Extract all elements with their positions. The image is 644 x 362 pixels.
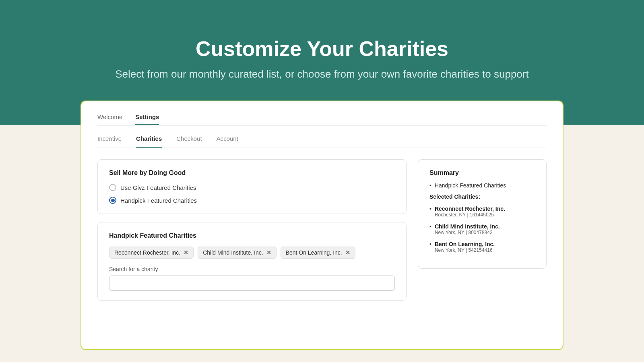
- summary-charity-1-name: Reconnect Rochester, Inc.: [435, 206, 505, 212]
- summary-charity-3-detail: New York, NY | 542154416: [435, 247, 495, 253]
- selected-charities-label: Selected Charities:: [429, 193, 535, 200]
- top-tabs: Welcome Settings: [97, 113, 547, 125]
- summary-charity-1-detail: Rochester, NY | 161445025: [435, 212, 505, 218]
- summary-mode-text: Handpick Featured Charities: [435, 182, 506, 189]
- tag-reconnect: Reconnect Rochester, Inc. ✕: [109, 247, 194, 259]
- sell-section: Sell More by Doing Good Use Givz Feature…: [97, 159, 407, 214]
- tag-childmind: Child Mind Institute, Inc. ✕: [198, 247, 276, 259]
- radio-option-givz[interactable]: Use Givz Featured Charities: [109, 184, 395, 191]
- left-panel: Sell More by Doing Good Use Givz Feature…: [97, 159, 407, 301]
- summary-charity-3-info: Bent On Learning, Inc. New York, NY | 54…: [435, 241, 495, 253]
- summary-charity-2-name: Child Mind Institute, Inc.: [435, 223, 500, 230]
- charity-search-input[interactable]: [109, 276, 395, 291]
- summary-charity-2: • Child Mind Institute, Inc. New York, N…: [429, 223, 535, 235]
- summary-charity-bullet-3: •: [429, 241, 431, 247]
- radio-givz-label: Use Givz Featured Charities: [120, 184, 196, 191]
- tag-childmind-remove[interactable]: ✕: [266, 250, 271, 255]
- tag-childmind-label: Child Mind Institute, Inc.: [203, 249, 263, 256]
- summary-charity-2-detail: New York, NY | 800478843: [435, 230, 500, 235]
- summary-charity-bullet-2: •: [429, 223, 431, 230]
- radio-givz-input[interactable]: [109, 184, 116, 191]
- search-label: Search for a charity: [109, 266, 395, 272]
- tab-charities[interactable]: Charities: [136, 135, 162, 148]
- sell-section-title: Sell More by Doing Good: [109, 169, 395, 177]
- tag-benton-label: Bent On Learning, Inc.: [286, 249, 342, 256]
- hero-title: Customize Your Charities: [196, 37, 448, 61]
- right-panel: Summary • Handpick Featured Charities Se…: [418, 159, 547, 301]
- summary-charity-bullet-1: •: [429, 206, 431, 212]
- summary-charity-3: • Bent On Learning, Inc. New York, NY | …: [429, 241, 535, 253]
- tag-reconnect-label: Reconnect Rochester, Inc.: [114, 249, 180, 256]
- tag-reconnect-remove[interactable]: ✕: [184, 250, 188, 255]
- hero-subtitle: Select from our monthly curated list, or…: [115, 68, 528, 80]
- tab-settings[interactable]: Settings: [135, 113, 159, 125]
- main-content: Welcome Settings Incentive Charities Che…: [0, 125, 644, 362]
- summary-mode-item: • Handpick Featured Charities: [429, 182, 535, 189]
- tags-container: Reconnect Rochester, Inc. ✕ Child Mind I…: [109, 247, 395, 259]
- radio-option-handpick[interactable]: Handpick Featured Charities: [109, 197, 395, 204]
- card-container: Welcome Settings Incentive Charities Che…: [80, 101, 564, 350]
- summary-charity-2-info: Child Mind Institute, Inc. New York, NY …: [435, 223, 500, 235]
- sub-tabs: Incentive Charities Checkout Account: [97, 135, 547, 148]
- radio-handpick-label: Handpick Featured Charities: [120, 197, 197, 204]
- tab-welcome[interactable]: Welcome: [97, 113, 122, 125]
- tag-benton: Bent On Learning, Inc. ✕: [281, 247, 355, 259]
- tab-account[interactable]: Account: [217, 135, 238, 148]
- summary-title: Summary: [429, 169, 535, 177]
- summary-bullet-1: •: [429, 182, 431, 189]
- handpick-section: Handpick Featured Charities Reconnect Ro…: [97, 222, 407, 301]
- content-area: Sell More by Doing Good Use Givz Feature…: [97, 159, 547, 301]
- summary-charity-1: • Reconnect Rochester, Inc. Rochester, N…: [429, 206, 535, 218]
- summary-box: Summary • Handpick Featured Charities Se…: [418, 159, 547, 269]
- radio-handpick-input[interactable]: [109, 197, 116, 204]
- handpick-section-title: Handpick Featured Charities: [109, 232, 395, 239]
- radio-group: Use Givz Featured Charities Handpick Fea…: [109, 184, 395, 204]
- tab-checkout[interactable]: Checkout: [176, 135, 202, 148]
- summary-charity-3-name: Bent On Learning, Inc.: [435, 241, 495, 247]
- tab-incentive[interactable]: Incentive: [97, 135, 122, 148]
- tag-benton-remove[interactable]: ✕: [345, 250, 350, 255]
- summary-charity-1-info: Reconnect Rochester, Inc. Rochester, NY …: [435, 206, 505, 218]
